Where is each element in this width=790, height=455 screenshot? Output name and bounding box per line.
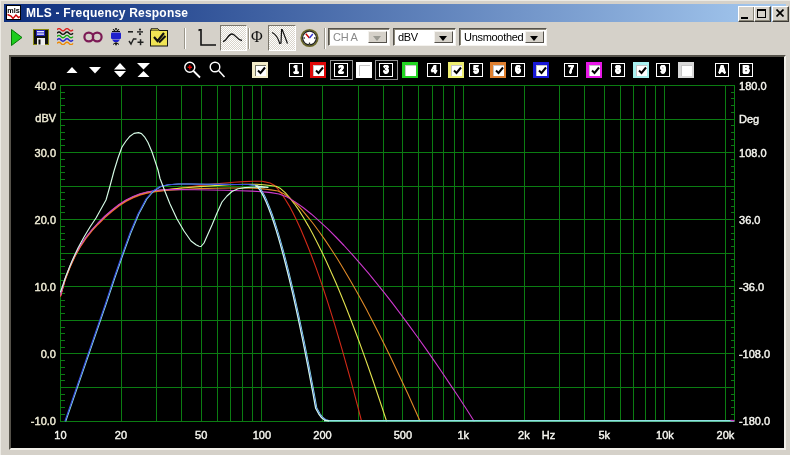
- svg-text:20k: 20k: [717, 429, 735, 441]
- svg-text:40.0: 40.0: [35, 80, 56, 92]
- svg-text:500: 500: [394, 429, 412, 441]
- svg-text:20: 20: [115, 429, 127, 441]
- svg-text:36.0: 36.0: [739, 214, 760, 226]
- svg-text:30.0: 30.0: [35, 147, 56, 159]
- svg-text:10.0: 10.0: [35, 281, 56, 293]
- svg-text:Hz: Hz: [542, 429, 555, 441]
- svg-text:108.0: 108.0: [739, 147, 767, 159]
- svg-text:mls: mls: [7, 6, 20, 15]
- svg-text:-108.0: -108.0: [739, 348, 770, 360]
- svg-text:-180.0: -180.0: [739, 415, 770, 427]
- svg-text:200: 200: [313, 429, 331, 441]
- svg-text:180.0: 180.0: [739, 80, 767, 92]
- svg-text:10k: 10k: [656, 429, 674, 441]
- svg-text:1k: 1k: [458, 429, 470, 441]
- svg-text:100: 100: [253, 429, 271, 441]
- svg-text:0.0: 0.0: [41, 348, 56, 360]
- svg-text:Deg: Deg: [739, 113, 759, 125]
- svg-text:-36.0: -36.0: [739, 281, 764, 293]
- svg-text:5k: 5k: [598, 429, 610, 441]
- svg-text:-10.0: -10.0: [31, 415, 56, 427]
- svg-text:50: 50: [195, 429, 207, 441]
- svg-text:10: 10: [54, 429, 66, 441]
- svg-text:dBV: dBV: [35, 112, 56, 124]
- svg-text:20.0: 20.0: [35, 214, 56, 226]
- svg-text:2k: 2k: [518, 429, 530, 441]
